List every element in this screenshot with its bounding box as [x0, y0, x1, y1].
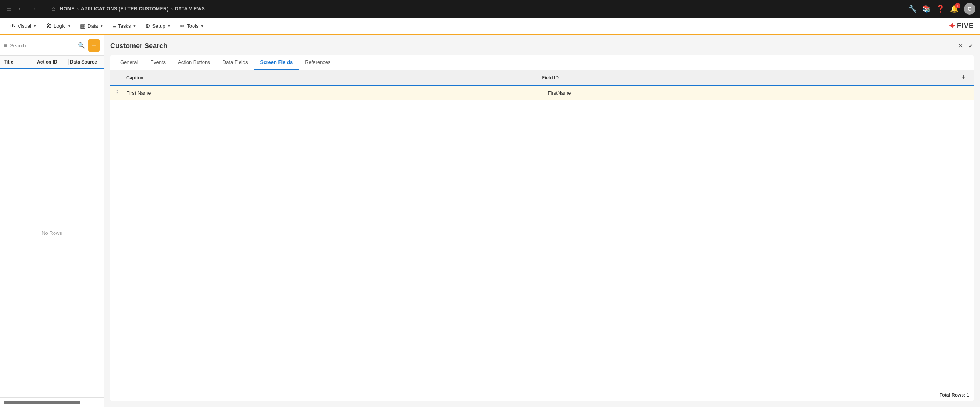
col-divider-2	[68, 59, 69, 65]
help-icon[interactable]: ❓	[936, 5, 945, 13]
toolbar-tools-label: Tools	[187, 23, 198, 29]
left-panel: ≡ 🔍 + Title Action ID Data Source No Row…	[0, 35, 104, 407]
setup-arrow: ▼	[167, 24, 171, 28]
logic-icon: ⛓	[46, 23, 52, 29]
total-rows-label: Total Rows: 1	[940, 392, 969, 398]
forward-icon[interactable]: →	[28, 4, 38, 14]
panel-title: Customer Search	[110, 42, 958, 50]
row-field-id: FirstName	[548, 90, 970, 96]
no-rows-text: No Rows	[42, 230, 62, 236]
home-icon[interactable]: ⌂	[50, 4, 57, 14]
filter-icon[interactable]: ≡	[4, 42, 7, 49]
scrollbar-area	[0, 397, 104, 407]
check-icon[interactable]: ✓	[968, 42, 974, 50]
field-id-col-header: Field ID	[542, 75, 958, 80]
five-logo-text: FIVE	[957, 22, 974, 30]
setup-icon: ⚙	[145, 23, 150, 30]
table-empty-area	[110, 100, 974, 389]
caption-col-header: Caption	[126, 75, 542, 80]
search-bar: ≡ 🔍 +	[0, 35, 104, 56]
tab-references[interactable]: References	[299, 55, 337, 70]
table-row[interactable]: ⠿ First Name FirstName	[110, 86, 974, 100]
breadcrumb-applications[interactable]: APPLICATIONS (FILTER CUSTOMER)	[81, 6, 169, 12]
toolbar: 👁 Visual ▼ ⛓ Logic ▼ ▦ Data ▼ ≡ Tasks ▼ …	[0, 18, 980, 35]
table-container: Caption Field ID + ↑ ⠿ First Name FirstN…	[110, 70, 974, 401]
toolbar-data-label: Data	[87, 23, 98, 29]
breadcrumb: HOME › APPLICATIONS (FILTER CUSTOMER) › …	[60, 6, 205, 12]
breadcrumb-sep-1: ›	[77, 6, 79, 12]
search-icon[interactable]: 🔍	[78, 42, 85, 49]
col-divider-1	[35, 59, 35, 65]
tab-events[interactable]: Events	[144, 55, 172, 70]
data-icon: ▦	[80, 23, 85, 30]
scrollbar-track[interactable]	[4, 401, 80, 404]
toolbar-right: ✦ FIVE	[948, 21, 974, 31]
visual-arrow: ▼	[33, 24, 37, 28]
notification-badge: 1	[955, 3, 960, 8]
toolbar-logic-label: Logic	[54, 23, 65, 29]
toolbar-tasks[interactable]: ≡ Tasks ▼	[109, 20, 140, 32]
tools-arrow: ▼	[201, 24, 204, 28]
tab-data-fields[interactable]: Data Fields	[216, 55, 254, 70]
toolbar-tasks-label: Tasks	[118, 23, 131, 29]
up-icon[interactable]: ↑	[41, 4, 47, 14]
breadcrumb-dataviews[interactable]: DATA VIEWS	[175, 6, 205, 12]
panel-header: Customer Search ✕ ✓	[110, 42, 974, 50]
visual-icon: 👁	[10, 23, 16, 29]
notification-bell[interactable]: 🔔 1	[950, 5, 958, 13]
logic-arrow: ▼	[67, 24, 71, 28]
drag-handle-icon[interactable]: ⠿	[115, 90, 126, 96]
hamburger-icon[interactable]: ☰	[5, 4, 13, 14]
tasks-icon: ≡	[113, 23, 116, 29]
tab-action-buttons[interactable]: Action Buttons	[172, 55, 216, 70]
tab-screen-fields[interactable]: Screen Fields	[254, 55, 299, 70]
breadcrumb-sep-2: ›	[171, 6, 173, 12]
close-icon[interactable]: ✕	[958, 42, 963, 50]
back-icon[interactable]: ←	[16, 4, 25, 14]
toolbar-setup[interactable]: ⚙ Setup ▼	[141, 20, 174, 32]
toolbar-logic[interactable]: ⛓ Logic ▼	[42, 20, 75, 32]
toolbar-data[interactable]: ▦ Data ▼	[76, 20, 107, 32]
tab-general[interactable]: General	[114, 55, 144, 70]
no-rows-message: No Rows	[0, 69, 104, 397]
toolbar-visual[interactable]: 👁 Visual ▼	[6, 20, 40, 32]
tabs-bar: General Events Action Buttons Data Field…	[110, 55, 974, 70]
toolbar-visual-label: Visual	[18, 23, 31, 29]
left-table-header: Title Action ID Data Source	[0, 56, 104, 69]
add-row-button[interactable]: + ↑	[958, 73, 969, 82]
add-row-icon: +	[961, 73, 966, 82]
data-arrow: ▼	[100, 24, 104, 28]
top-nav-right: 🔧 📚 ❓ 🔔 1 C	[908, 3, 975, 15]
row-caption: First Name	[126, 90, 548, 96]
support-icon[interactable]: 🔧	[908, 5, 917, 13]
toolbar-tools[interactable]: ✂ Tools ▼	[176, 20, 208, 32]
tasks-arrow: ▼	[133, 24, 136, 28]
tools-icon: ✂	[180, 23, 185, 30]
data-table-header: Caption Field ID + ↑	[110, 70, 974, 86]
five-logo-icon: ✦	[948, 21, 955, 31]
right-panel: Customer Search ✕ ✓ General Events Actio…	[104, 35, 980, 407]
five-logo: ✦ FIVE	[948, 21, 974, 31]
top-nav: ☰ ← → ↑ ⌂ HOME › APPLICATIONS (FILTER CU…	[0, 0, 980, 18]
col-data-source-label: Data Source	[70, 59, 100, 65]
main-content: ≡ 🔍 + Title Action ID Data Source No Row…	[0, 35, 980, 407]
breadcrumb-home[interactable]: HOME	[60, 6, 75, 12]
col-action-id-label: Action ID	[37, 59, 67, 65]
toolbar-setup-label: Setup	[152, 23, 165, 29]
avatar[interactable]: C	[964, 3, 975, 15]
table-footer: Total Rows: 1	[110, 389, 974, 401]
search-input[interactable]	[10, 43, 75, 49]
library-icon[interactable]: 📚	[922, 5, 931, 13]
col-title-label: Title	[4, 59, 34, 65]
scrollbar-thumb[interactable]	[4, 401, 80, 404]
add-button[interactable]: +	[88, 39, 100, 52]
red-arrow-indicator: ↑	[967, 70, 971, 74]
